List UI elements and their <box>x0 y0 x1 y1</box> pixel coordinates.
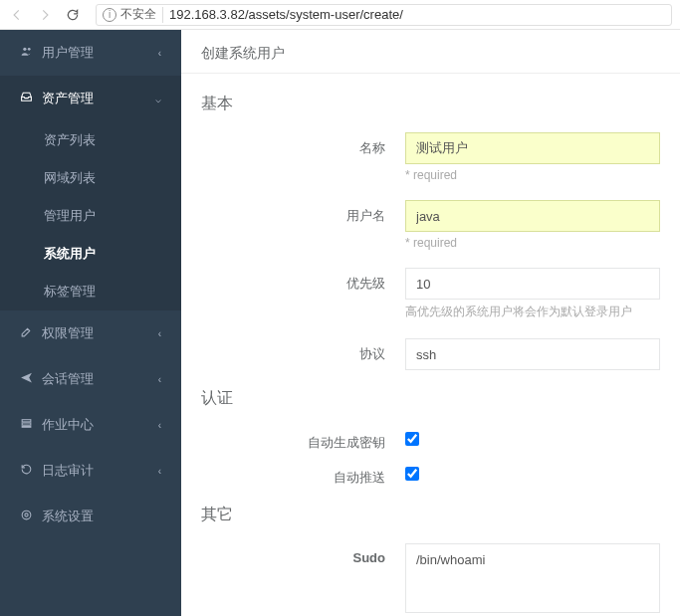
sudo-textarea[interactable] <box>405 543 660 613</box>
stack-icon <box>20 417 34 433</box>
sidebar-item-perms[interactable]: 权限管理 ‹ <box>0 310 181 356</box>
info-icon: i <box>103 8 116 22</box>
page-title: 创建系统用户 <box>181 30 680 74</box>
help-priority: 高优先级的系统用户将会作为默认登录用户 <box>405 304 660 320</box>
section-basic: 基本 <box>201 94 660 114</box>
section-other: 其它 <box>201 505 660 525</box>
sidebar-item-label: 作业中心 <box>42 416 158 434</box>
label-autopush: 自动推送 <box>201 462 405 487</box>
autopush-checkbox[interactable] <box>405 467 419 481</box>
reload-icon <box>66 8 80 22</box>
sidebar-item-jobs[interactable]: 作业中心 ‹ <box>0 402 181 448</box>
sidebar-item-logs[interactable]: 日志审计 ‹ <box>0 448 181 494</box>
sidebar-sub-system-users[interactable]: 系统用户 <box>0 235 181 273</box>
sidebar-item-assets[interactable]: 资产管理 ⌵ <box>0 76 181 121</box>
reload-button[interactable] <box>64 6 82 24</box>
chevron-left-icon: ‹ <box>158 48 161 59</box>
label-username: 用户名 <box>201 200 405 250</box>
chevron-left-icon: ‹ <box>158 328 161 339</box>
help-name: * required <box>405 168 660 182</box>
svg-point-6 <box>22 511 31 519</box>
label-name: 名称 <box>201 132 405 182</box>
chevron-left-icon: ‹ <box>158 374 161 385</box>
arrow-right-icon <box>38 8 52 22</box>
url-bar[interactable]: i 不安全 192.168.3.82/assets/system-user/cr… <box>96 4 672 26</box>
cog-icon <box>20 509 34 524</box>
name-input[interactable] <box>405 132 660 164</box>
sidebar-sub-labels[interactable]: 标签管理 <box>0 273 181 310</box>
help-username: * required <box>405 236 660 250</box>
protocol-select[interactable] <box>405 338 660 370</box>
autogen-checkbox[interactable] <box>405 432 419 446</box>
sidebar-item-label: 资产管理 <box>42 90 155 107</box>
label-sudo: Sudo <box>201 543 405 616</box>
url-text: 192.168.3.82/assets/system-user/create/ <box>169 7 403 22</box>
svg-point-0 <box>23 48 26 51</box>
sidebar-item-label: 日志审计 <box>42 462 158 480</box>
edit-icon <box>20 325 34 341</box>
sidebar-item-label: 系统设置 <box>42 508 161 525</box>
sidebar-item-users[interactable]: 用户管理 ‹ <box>0 30 181 76</box>
priority-input[interactable] <box>405 268 660 300</box>
svg-rect-3 <box>22 423 31 425</box>
label-protocol: 协议 <box>201 338 405 370</box>
sidebar-submenu-assets: 资产列表 网域列表 管理用户 系统用户 标签管理 <box>0 121 181 310</box>
arrow-left-icon <box>10 8 24 22</box>
svg-rect-2 <box>22 420 31 422</box>
section-auth: 认证 <box>201 388 660 409</box>
label-priority: 优先级 <box>201 268 405 320</box>
forward-button[interactable] <box>36 6 54 24</box>
sidebar: 用户管理 ‹ 资产管理 ⌵ 资产列表 网域列表 管理用户 系统用户 标签管理 权… <box>0 30 181 616</box>
inbox-icon <box>20 91 34 106</box>
chevron-left-icon: ‹ <box>158 420 161 431</box>
insecure-label: 不安全 <box>120 6 156 23</box>
back-button[interactable] <box>8 6 26 24</box>
svg-point-5 <box>25 513 28 516</box>
send-icon <box>20 371 34 387</box>
username-input[interactable] <box>405 200 660 232</box>
svg-point-1 <box>28 48 31 51</box>
sidebar-sub-assets-list[interactable]: 资产列表 <box>0 121 181 159</box>
sidebar-item-sessions[interactable]: 会话管理 ‹ <box>0 356 181 402</box>
history-icon <box>20 463 34 479</box>
sidebar-item-settings[interactable]: 系统设置 <box>0 494 181 539</box>
users-icon <box>20 45 34 61</box>
svg-rect-4 <box>22 426 31 427</box>
chevron-down-icon: ⌵ <box>155 94 161 104</box>
sidebar-sub-admin-users[interactable]: 管理用户 <box>0 197 181 235</box>
chevron-left-icon: ‹ <box>158 466 161 477</box>
sidebar-item-label: 会话管理 <box>42 370 158 388</box>
sidebar-sub-domains[interactable]: 网域列表 <box>0 159 181 197</box>
label-autogen: 自动生成密钥 <box>201 427 405 452</box>
sidebar-item-label: 权限管理 <box>42 324 158 342</box>
sidebar-item-label: 用户管理 <box>42 44 158 62</box>
